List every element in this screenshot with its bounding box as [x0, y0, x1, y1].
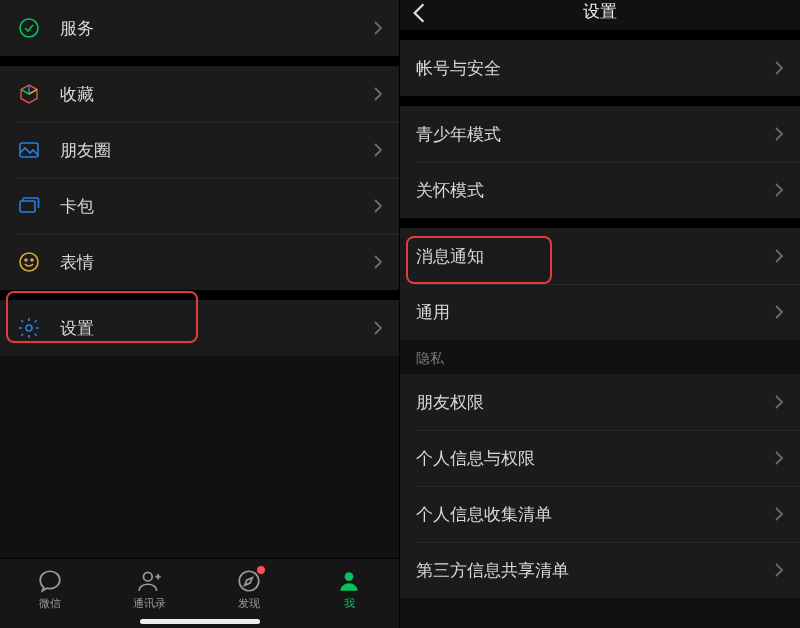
setting-teen-mode[interactable]: 青少年模式	[400, 106, 800, 162]
menu-cards[interactable]: 卡包	[0, 178, 399, 234]
svg-point-5	[31, 259, 33, 261]
me-screen: 服务 收藏 朋友圈	[0, 0, 400, 628]
me-menu-list: 服务 收藏 朋友圈	[0, 0, 399, 558]
chevron-right-icon	[373, 198, 383, 214]
menu-favorites[interactable]: 收藏	[0, 66, 399, 122]
chevron-right-icon	[373, 20, 383, 36]
chevron-right-icon	[774, 506, 784, 522]
cards-icon	[16, 193, 42, 219]
chevron-right-icon	[774, 126, 784, 142]
menu-label: 卡包	[60, 195, 373, 218]
tab-label: 我	[344, 596, 355, 611]
section-title-privacy: 隐私	[400, 340, 800, 374]
tab-contacts[interactable]: 通讯录	[120, 568, 180, 611]
chevron-right-icon	[373, 320, 383, 336]
gear-icon	[16, 315, 42, 341]
svg-point-6	[26, 325, 32, 331]
cube-icon	[16, 81, 42, 107]
setting-label: 通用	[416, 301, 774, 324]
tab-label: 通讯录	[133, 596, 166, 611]
svg-point-8	[240, 571, 260, 591]
home-indicator	[140, 619, 260, 624]
setting-notifications[interactable]: 消息通知	[400, 228, 800, 284]
svg-point-0	[20, 19, 38, 37]
settings-header: 设置	[400, 0, 800, 30]
svg-point-9	[345, 572, 354, 581]
setting-general[interactable]: 通用	[400, 284, 800, 340]
services-icon	[16, 15, 42, 41]
settings-screen: 设置 帐号与安全 青少年模式 关怀模式 消息通知 通用 隐私 朋友权限	[400, 0, 800, 628]
image-icon	[16, 137, 42, 163]
setting-personal-info-permissions[interactable]: 个人信息与权限	[400, 430, 800, 486]
chevron-right-icon	[774, 60, 784, 76]
svg-point-4	[25, 259, 27, 261]
menu-moments[interactable]: 朋友圈	[0, 122, 399, 178]
back-button[interactable]	[412, 2, 426, 24]
chevron-right-icon	[774, 248, 784, 264]
setting-thirdparty-share-list[interactable]: 第三方信息共享清单	[400, 542, 800, 598]
setting-label: 朋友权限	[416, 391, 774, 414]
tab-discover[interactable]: 发现	[219, 568, 279, 611]
chevron-right-icon	[774, 450, 784, 466]
tab-label: 微信	[39, 596, 61, 611]
menu-label: 表情	[60, 251, 373, 274]
chevron-right-icon	[774, 394, 784, 410]
svg-point-3	[20, 253, 38, 271]
tab-label: 发现	[238, 596, 260, 611]
chevron-right-icon	[373, 142, 383, 158]
menu-services[interactable]: 服务	[0, 0, 399, 56]
menu-label: 朋友圈	[60, 139, 373, 162]
menu-emoji[interactable]: 表情	[0, 234, 399, 290]
setting-label: 消息通知	[416, 245, 774, 268]
setting-label: 关怀模式	[416, 179, 774, 202]
badge-dot	[257, 566, 265, 574]
smile-icon	[16, 249, 42, 275]
menu-settings[interactable]: 设置	[0, 300, 399, 356]
page-title: 设置	[583, 0, 617, 23]
bottom-tabbar: 微信 通讯录 发现 我	[0, 558, 399, 628]
menu-label: 服务	[60, 17, 373, 40]
chevron-right-icon	[774, 304, 784, 320]
setting-label: 个人信息收集清单	[416, 503, 774, 526]
setting-label: 个人信息与权限	[416, 447, 774, 470]
chevron-right-icon	[373, 254, 383, 270]
settings-list: 帐号与安全 青少年模式 关怀模式 消息通知 通用 隐私 朋友权限 个人信息与权限	[400, 30, 800, 628]
tab-me[interactable]: 我	[319, 568, 379, 611]
setting-label: 帐号与安全	[416, 57, 774, 80]
chevron-right-icon	[373, 86, 383, 102]
tab-chats[interactable]: 微信	[20, 568, 80, 611]
chevron-right-icon	[774, 562, 784, 578]
svg-point-7	[143, 572, 152, 581]
setting-care-mode[interactable]: 关怀模式	[400, 162, 800, 218]
setting-friend-permissions[interactable]: 朋友权限	[400, 374, 800, 430]
setting-info-collection-list[interactable]: 个人信息收集清单	[400, 486, 800, 542]
setting-label: 青少年模式	[416, 123, 774, 146]
menu-label: 收藏	[60, 83, 373, 106]
svg-rect-2	[20, 201, 35, 212]
chevron-right-icon	[774, 182, 784, 198]
setting-label: 第三方信息共享清单	[416, 559, 774, 582]
menu-label: 设置	[60, 317, 373, 340]
setting-account-security[interactable]: 帐号与安全	[400, 40, 800, 96]
